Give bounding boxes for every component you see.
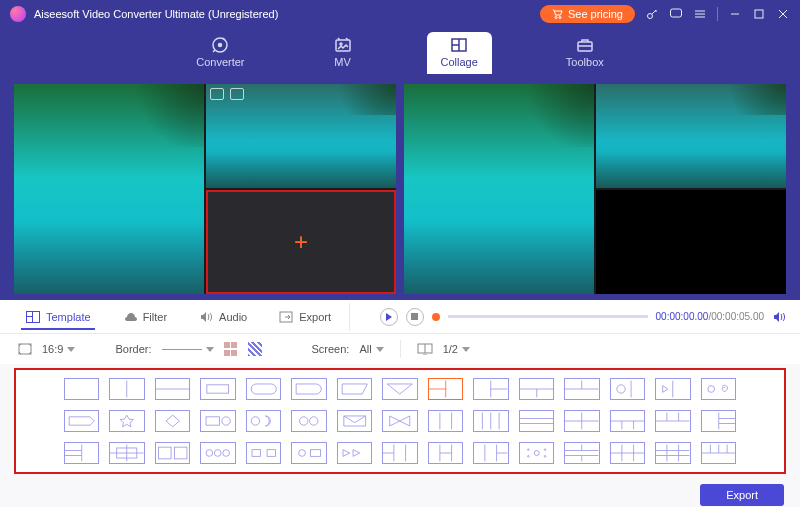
svg-point-41 xyxy=(527,456,529,458)
template-item[interactable] xyxy=(564,378,599,400)
ratio-dropdown[interactable]: 16:9 xyxy=(42,343,75,355)
svg-point-25 xyxy=(251,417,259,425)
template-item[interactable] xyxy=(155,442,190,464)
border-pattern-button[interactable] xyxy=(248,342,262,356)
template-item[interactable] xyxy=(109,442,144,464)
key-icon[interactable] xyxy=(645,7,659,21)
template-icon xyxy=(26,311,40,323)
template-item[interactable] xyxy=(382,378,417,400)
template-item[interactable] xyxy=(200,378,235,400)
export-button[interactable]: Export xyxy=(700,484,784,506)
svg-point-8 xyxy=(340,43,342,45)
preview-area: + xyxy=(0,78,800,300)
playback-controls: 00:00:00.00/00:00:05.00 xyxy=(354,308,800,326)
collage-cell-add[interactable]: + xyxy=(206,190,396,294)
maximize-button[interactable] xyxy=(752,7,766,21)
template-item[interactable] xyxy=(109,378,144,400)
template-item[interactable] xyxy=(246,378,281,400)
template-item[interactable] xyxy=(246,442,281,464)
template-item[interactable] xyxy=(155,410,190,432)
collage-cell-1[interactable] xyxy=(206,84,396,188)
template-item[interactable] xyxy=(64,410,99,432)
template-item[interactable] xyxy=(382,442,417,464)
cell-tool-icon[interactable] xyxy=(230,88,244,100)
svg-point-1 xyxy=(559,17,561,19)
stop-button[interactable] xyxy=(406,308,424,326)
template-item[interactable] xyxy=(291,378,326,400)
nav-converter[interactable]: Converter xyxy=(182,32,258,74)
svg-point-26 xyxy=(300,417,308,425)
template-item[interactable] xyxy=(473,378,508,400)
template-item[interactable] xyxy=(610,442,645,464)
template-item[interactable] xyxy=(701,442,736,464)
template-item[interactable] xyxy=(519,410,554,432)
app-title: Aiseesoft Video Converter Ultimate (Unre… xyxy=(34,8,278,20)
template-item[interactable] xyxy=(337,410,372,432)
svg-point-22 xyxy=(707,386,714,393)
menu-icon[interactable] xyxy=(693,7,707,21)
template-item[interactable] xyxy=(382,410,417,432)
template-item[interactable] xyxy=(655,410,690,432)
template-item[interactable] xyxy=(473,410,508,432)
template-item[interactable] xyxy=(610,410,645,432)
stop-icon xyxy=(411,313,418,320)
template-item[interactable] xyxy=(337,378,372,400)
template-item[interactable] xyxy=(246,410,281,432)
tab-audio[interactable]: Audio xyxy=(185,305,261,329)
nav-mv[interactable]: MV xyxy=(319,32,367,74)
nav-collage[interactable]: Collage xyxy=(427,32,492,74)
template-item[interactable] xyxy=(337,442,372,464)
template-item[interactable] xyxy=(64,378,99,400)
screen-dropdown[interactable]: All xyxy=(359,343,383,355)
template-item[interactable] xyxy=(564,442,599,464)
template-item[interactable] xyxy=(428,410,463,432)
see-pricing-button[interactable]: See pricing xyxy=(540,5,635,23)
split-dropdown[interactable]: 1/2 xyxy=(443,343,470,355)
svg-point-39 xyxy=(527,449,529,451)
cell-tool-icon[interactable] xyxy=(210,88,224,100)
template-item[interactable] xyxy=(701,378,736,400)
template-item[interactable] xyxy=(200,410,235,432)
play-button[interactable] xyxy=(380,308,398,326)
border-style-dropdown[interactable] xyxy=(162,347,214,352)
close-button[interactable] xyxy=(776,7,790,21)
nav-toolbox[interactable]: Toolbox xyxy=(552,32,618,74)
split-screen-icon xyxy=(417,343,433,355)
playhead-marker-icon[interactable] xyxy=(432,313,440,321)
svg-rect-16 xyxy=(411,313,418,320)
template-item[interactable] xyxy=(291,442,326,464)
border-color-button[interactable] xyxy=(224,342,238,356)
template-item[interactable] xyxy=(109,410,144,432)
tab-export[interactable]: Export xyxy=(265,305,345,329)
template-item-selected[interactable] xyxy=(428,378,463,400)
tab-filter[interactable]: Filter xyxy=(109,305,181,329)
template-item[interactable] xyxy=(610,378,645,400)
template-item[interactable] xyxy=(291,410,326,432)
template-item[interactable] xyxy=(64,442,99,464)
collage-editor-panel[interactable]: + xyxy=(14,84,396,294)
template-item[interactable] xyxy=(701,410,736,432)
svg-rect-35 xyxy=(267,450,275,457)
svg-point-33 xyxy=(223,450,230,457)
chat-icon[interactable] xyxy=(669,7,683,21)
template-item[interactable] xyxy=(564,410,599,432)
minimize-button[interactable] xyxy=(728,7,742,21)
collage-cell-2[interactable] xyxy=(14,84,204,294)
template-item[interactable] xyxy=(519,378,554,400)
svg-rect-23 xyxy=(206,417,219,425)
template-item[interactable] xyxy=(428,442,463,464)
template-item[interactable] xyxy=(200,442,235,464)
template-item[interactable] xyxy=(655,442,690,464)
svg-point-42 xyxy=(544,456,546,458)
svg-rect-34 xyxy=(252,450,260,457)
svg-point-27 xyxy=(310,417,318,425)
volume-icon[interactable] xyxy=(772,310,788,324)
timeline-scrubber[interactable] xyxy=(448,315,648,318)
template-item[interactable] xyxy=(655,378,690,400)
svg-rect-7 xyxy=(336,40,350,51)
template-item[interactable] xyxy=(155,378,190,400)
tab-template[interactable]: Template xyxy=(12,305,105,329)
ratio-icon xyxy=(18,343,32,355)
template-item[interactable] xyxy=(473,442,508,464)
template-item[interactable] xyxy=(519,442,554,464)
